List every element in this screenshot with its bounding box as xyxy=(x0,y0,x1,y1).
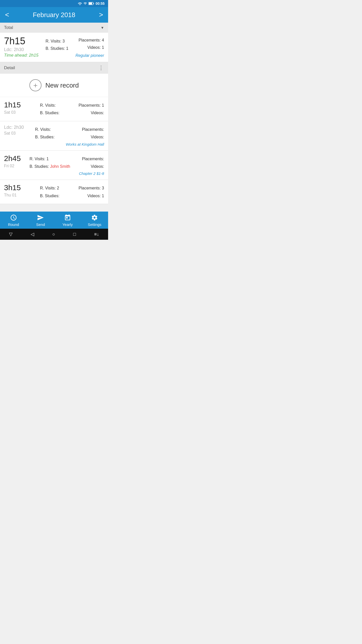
record-r-visits-1: R. Visits: xyxy=(40,102,59,109)
total-placements: Placements: 4 xyxy=(75,37,104,44)
record-b-studies-3: B. Studies: John Smith xyxy=(29,163,70,170)
total-card: 7h15 Ldc: 2h30 Time ahead: 2h15 R. Visit… xyxy=(0,33,108,62)
table-row[interactable]: 2h45 Fri 02 R. Visits: 1 B. Studies: Joh… xyxy=(0,151,108,180)
nav-label-yearly: Yearly xyxy=(62,222,73,227)
status-time: 00:55 xyxy=(96,2,105,6)
record-placements-2: Placements: xyxy=(66,126,104,133)
total-b-studies: B. Studies: 1 xyxy=(46,45,68,52)
record-videos-2: Videos: xyxy=(66,133,104,141)
record-left-2: Ldc: 2h30 Sat 03 xyxy=(4,125,24,136)
next-month-button[interactable]: > xyxy=(99,11,103,19)
total-label: Total xyxy=(4,25,13,30)
sys-circle-button[interactable]: ○ xyxy=(52,232,55,237)
sys-menu-button[interactable]: ≡↓ xyxy=(94,232,99,237)
status-bar: 00:55 xyxy=(0,0,108,7)
record-left-4: 3h15 Thu 01 xyxy=(4,183,21,197)
plus-circle-icon: ＋ xyxy=(29,79,41,91)
record-right-4: Placements: 3 Videos: 1 xyxy=(79,183,104,200)
table-row[interactable]: Ldc: 2h30 Sat 03 R. Visits: B. Studies: … xyxy=(0,121,108,151)
nav-item-settings[interactable]: Settings xyxy=(84,214,105,227)
record-r-visits-4: R. Visits: 2 xyxy=(40,184,59,192)
record-date-4: Thu 01 xyxy=(4,193,21,197)
record-date-1: Sat 03 xyxy=(4,110,21,115)
record-time-2: Ldc: 2h30 xyxy=(4,125,24,130)
sys-back-button[interactable]: ▽ xyxy=(9,231,13,237)
record-right-3: Placements: Videos: Chapter 2 $1-8 xyxy=(79,154,104,176)
header-title: February 2018 xyxy=(33,11,75,19)
nav-item-send[interactable]: Send xyxy=(30,214,51,227)
record-videos-1: Videos: xyxy=(79,109,104,117)
record-middle-4: R. Visits: 2 B. Studies: xyxy=(40,183,59,200)
total-left: 7h15 Ldc: 2h30 Time ahead: 2h15 xyxy=(4,36,38,58)
new-record-button[interactable]: ＋ New record xyxy=(0,74,108,97)
sys-square-button[interactable]: □ xyxy=(73,232,76,237)
record-videos-3: Videos: xyxy=(79,163,104,170)
system-nav-bar: ▽ ◁ ○ □ ≡↓ xyxy=(0,229,108,240)
prev-month-button[interactable]: < xyxy=(5,11,9,19)
detail-menu-button[interactable]: ⋮ xyxy=(98,65,104,71)
record-placements-4: Placements: 3 xyxy=(79,184,104,192)
total-time: 7h15 xyxy=(4,36,38,47)
nav-item-round[interactable]: Round xyxy=(4,214,24,227)
content-spacer xyxy=(0,204,108,212)
send-icon xyxy=(37,214,44,221)
record-placements-3: Placements: xyxy=(79,155,104,163)
detail-section-header[interactable]: Detail ⋮ xyxy=(0,62,108,74)
table-row[interactable]: 3h15 Thu 01 R. Visits: 2 B. Studies: Pla… xyxy=(0,180,108,204)
record-r-visits-2: R. Visits: xyxy=(35,126,55,133)
record-middle-3: R. Visits: 1 B. Studies: John Smith xyxy=(29,154,70,171)
svg-rect-2 xyxy=(89,3,92,5)
settings-icon xyxy=(91,214,98,221)
record-note-3: Chapter 2 $1-8 xyxy=(79,171,104,176)
wifi-icon xyxy=(78,2,82,5)
record-b-studies-2: B. Studies: xyxy=(35,133,55,141)
record-study-name-3: John Smith xyxy=(50,164,70,169)
record-videos-4: Videos: 1 xyxy=(79,192,104,200)
total-ahead: Time ahead: 2h15 xyxy=(4,53,38,58)
record-date-2: Sat 03 xyxy=(4,131,24,136)
record-date-3: Fri 02 xyxy=(4,164,21,168)
record-left-3: 2h45 Fri 02 xyxy=(4,154,21,168)
record-right-2: Placements: Videos: Works at Kingdom Hal… xyxy=(66,125,104,146)
record-middle-1: R. Visits: B. Studies: xyxy=(40,101,59,117)
nav-label-round: Round xyxy=(8,222,19,227)
page-header: < February 2018 > xyxy=(0,7,108,23)
round-icon xyxy=(10,214,17,221)
record-middle-2: R. Visits: B. Studies: xyxy=(35,125,55,141)
total-section-header[interactable]: Total ▼ xyxy=(0,23,108,33)
sys-home-button[interactable]: ◁ xyxy=(31,231,34,237)
record-b-studies-4: B. Studies: xyxy=(40,192,59,200)
record-r-visits-3: R. Visits: 1 xyxy=(29,155,70,163)
record-time-1: 1h15 xyxy=(4,101,21,109)
record-b-studies-1: B. Studies: xyxy=(40,109,59,117)
total-middle: R. Visits: 3 B. Studies: 1 xyxy=(46,36,68,52)
battery-icon xyxy=(88,2,94,5)
nav-label-settings: Settings xyxy=(88,222,101,227)
total-ldc: Ldc: 2h30 xyxy=(4,47,38,52)
total-r-visits: R. Visits: 3 xyxy=(46,38,68,45)
detail-label: Detail xyxy=(4,65,15,70)
record-time-3: 2h45 xyxy=(4,154,21,163)
signal-icon xyxy=(83,2,87,5)
total-right: Placements: 4 Videos: 1 Regular pioneer xyxy=(75,36,104,58)
bottom-nav: Round Send Yearly Settings xyxy=(0,212,108,229)
table-row[interactable]: 1h15 Sat 03 R. Visits: B. Studies: Place… xyxy=(0,97,108,121)
nav-item-yearly[interactable]: Yearly xyxy=(58,214,78,227)
yearly-icon xyxy=(64,214,71,221)
record-left-1: 1h15 Sat 03 xyxy=(4,101,21,115)
pioneer-label: Regular pioneer xyxy=(75,53,104,58)
total-dropdown-icon[interactable]: ▼ xyxy=(101,26,104,30)
record-time-4: 3h15 xyxy=(4,183,21,192)
record-right-1: Placements: 1 Videos: xyxy=(79,101,104,117)
nav-label-send: Send xyxy=(36,222,45,227)
svg-rect-1 xyxy=(94,3,94,4)
record-note-2: Works at Kingdom Hall xyxy=(66,142,104,146)
total-videos: Videos: 1 xyxy=(75,44,104,51)
new-record-label: New record xyxy=(46,82,79,89)
record-placements-1: Placements: 1 xyxy=(79,102,104,109)
